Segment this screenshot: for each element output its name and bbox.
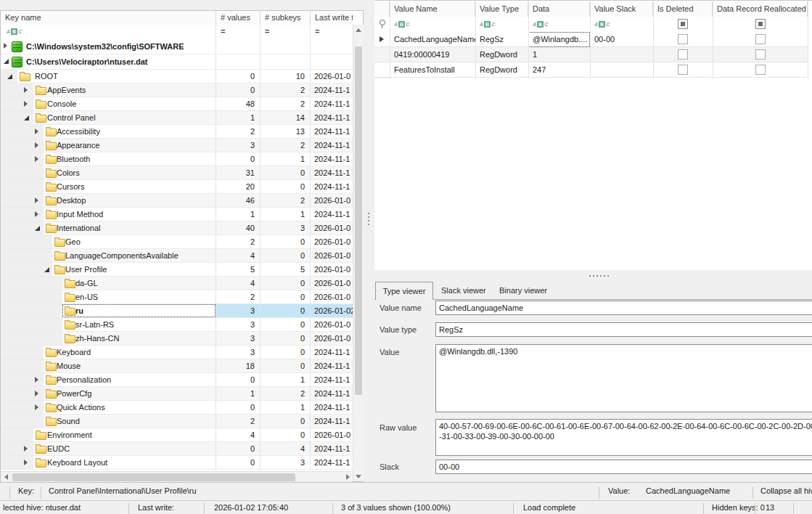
tree-row[interactable]: LanguageComponentsAvailable402026-01-0 [1, 249, 353, 263]
arrow-right-icon [346, 474, 350, 480]
collapse-expander-icon[interactable] [4, 59, 9, 64]
tree-row[interactable]: Environment402026-01-0 [1, 428, 353, 442]
tree-row[interactable]: Input Method112024-11-1 [1, 208, 353, 221]
expand-expander-icon[interactable] [35, 197, 38, 203]
raw-value-field[interactable]: 40-00-57-00-69-00-6E-00-6C-00-61-00-6E-0… [435, 419, 812, 456]
grid-filter-row[interactable]: ABC ABC ABC ABC [374, 17, 808, 33]
tree-column-last-write[interactable]: Last write time [311, 11, 353, 25]
scroll-right-button[interactable] [343, 472, 353, 482]
text-filter-icon[interactable]: ABC [594, 20, 610, 28]
expand-expander-icon[interactable] [24, 446, 28, 452]
tree-horizontal-scrollbar[interactable] [1, 471, 353, 483]
expand-expander-icon[interactable] [35, 128, 38, 134]
splitter-grip-icon [368, 213, 369, 225]
tree-row[interactable]: Cursors2002024-11-1 [1, 180, 353, 194]
key-name-label: EUDC [47, 442, 70, 455]
tree-row[interactable]: Console4822024-11-1 [1, 97, 353, 111]
last-write-cell: 2024-11-1 [314, 346, 353, 359]
tree-row[interactable]: Colors3102024-11-1 [1, 166, 353, 180]
tree-vertical-scrollbar[interactable] [353, 25, 364, 481]
tree-column-num-values[interactable]: # values [216, 11, 261, 25]
tree-row[interactable]: Control Panel1142024-11-1 [1, 111, 353, 125]
tree-row[interactable]: Quick Actions012024-11-1 [1, 401, 353, 415]
tree-row[interactable]: da-GL402026-01-0 [1, 277, 353, 290]
text-filter-icon[interactable]: ABC [7, 28, 22, 36]
tree-row[interactable]: PowerCfg122024-11-1 [1, 387, 353, 401]
value-name-field[interactable]: CachedLanguageName [435, 301, 812, 315]
value-row[interactable]: 0419:00000419RegDword1 [374, 47, 808, 62]
tree-row[interactable]: AppEvents022024-11-1 [1, 83, 353, 97]
tab-type-viewer[interactable]: Type viewer [375, 282, 433, 300]
collapse-expander-icon[interactable] [24, 115, 29, 121]
tree-row[interactable]: Sound202024-11-1 [1, 415, 353, 428]
tree-column-num-subkeys[interactable]: # subkeys [261, 11, 311, 25]
lastwrite-filter-operator[interactable]: = [315, 27, 319, 36]
tree-row[interactable]: Keyboard Layout032024-11-1 [1, 456, 353, 470]
tree-row[interactable]: User Profile552026-01-0 [1, 263, 353, 277]
scroll-down-button[interactable] [353, 471, 364, 481]
tree-row[interactable]: C:\Windows\system32\config\SOFTWARE [1, 39, 353, 54]
tree-row[interactable]: C:\Users\Velociraptor\ntuser.dat [1, 54, 353, 70]
tree-row[interactable]: International4032026-01-0 [1, 221, 353, 235]
collapse-all-hives-link[interactable]: Collapse all hives [760, 486, 812, 495]
expand-expander-icon[interactable] [4, 43, 7, 49]
tree-row[interactable]: en-US202026-01-0 [1, 290, 353, 304]
expand-expander-icon[interactable] [35, 391, 38, 396]
tree-row[interactable]: Desktop4622026-01-0 [1, 194, 353, 208]
tree-row[interactable]: sr-Latn-RS302026-01-0 [1, 318, 353, 332]
collapse-expander-icon[interactable] [35, 226, 40, 231]
values-filter-operator[interactable]: = [221, 27, 225, 36]
filter-pin-icon[interactable] [380, 20, 385, 28]
tree-column-key-name[interactable]: Key name [1, 11, 216, 25]
num-values-cell: 48 [216, 97, 255, 110]
tree-row[interactable]: Bluetooth012024-11-1 [1, 152, 353, 166]
grid-column-data[interactable]: Data [528, 1, 590, 17]
vertical-scroll-thumb[interactable] [355, 46, 362, 395]
scroll-left-button[interactable] [1, 472, 11, 482]
expand-expander-icon[interactable] [35, 404, 38, 410]
horizontal-splitter[interactable] [374, 270, 812, 282]
horizontal-scroll-thumb[interactable] [12, 473, 295, 481]
tree-filter-row[interactable]: ABC = = = [1, 25, 353, 40]
expand-expander-icon[interactable] [35, 156, 38, 162]
subkeys-filter-operator[interactable]: = [265, 27, 269, 36]
tree-row[interactable]: zh-Hans-CN302026-01-0 [1, 332, 353, 346]
num-subkeys-cell: 0 [261, 277, 305, 290]
grid-column-value-slack[interactable]: Value Slack [590, 1, 653, 17]
grid-column-value-type[interactable]: Value Type [475, 1, 528, 17]
grid-column-data-record-reallocated[interactable]: Data Record Reallocated [713, 1, 808, 17]
value-row[interactable]: FeaturesToInstallRegDword247 [374, 62, 808, 78]
value-field[interactable]: @Winlangdb.dll,-1390 [435, 344, 812, 412]
collapse-expander-icon[interactable] [44, 267, 49, 272]
tree-row[interactable]: Mouse1802024-11-1 [1, 359, 353, 373]
tree-row[interactable]: Geo202026-01-0 [1, 235, 353, 249]
tree-row[interactable]: Keyboard302024-11-1 [1, 346, 353, 359]
tree-row[interactable]: ru302026-01-02 [1, 304, 353, 318]
expand-expander-icon[interactable] [24, 87, 28, 93]
grid-column-is-deleted[interactable]: Is Deleted [653, 1, 713, 17]
text-filter-icon[interactable]: ABC [394, 20, 409, 28]
tab-binary-viewer[interactable]: Binary viewer [499, 282, 547, 299]
text-filter-icon[interactable]: ABC [480, 20, 495, 28]
tree-row[interactable]: Accessibility2132024-11-1 [1, 125, 353, 139]
expand-expander-icon[interactable] [24, 460, 28, 465]
vertical-splitter[interactable] [364, 0, 374, 482]
collapse-expander-icon[interactable] [7, 74, 12, 79]
expand-expander-icon[interactable] [24, 101, 28, 107]
text-filter-icon[interactable]: ABC [533, 20, 548, 28]
reallocated-filter-checkbox[interactable] [713, 19, 808, 30]
value-type-field[interactable]: RegSz [435, 322, 812, 337]
grid-column-value-name[interactable]: Value Name [390, 1, 475, 17]
tree-row[interactable]: ROOT0102026-01-0 [1, 70, 353, 83]
value-row[interactable]: CachedLanguageNameRegSz@Winlangdb....00-… [374, 32, 808, 47]
tab-slack-viewer[interactable]: Slack viewer [441, 282, 486, 299]
expand-expander-icon[interactable] [35, 377, 38, 383]
is-deleted-filter-checkbox[interactable] [653, 19, 713, 30]
tree-row[interactable]: Personalization012024-11-1 [1, 373, 353, 387]
tree-row[interactable]: EUDC042024-11-1 [1, 442, 353, 456]
expand-expander-icon[interactable] [35, 211, 38, 217]
slack-field[interactable]: 00-00 [435, 460, 812, 474]
expand-expander-icon[interactable] [35, 142, 38, 148]
tree-row[interactable]: Appearance322024-11-1 [1, 139, 353, 152]
scroll-up-button[interactable] [353, 25, 364, 35]
